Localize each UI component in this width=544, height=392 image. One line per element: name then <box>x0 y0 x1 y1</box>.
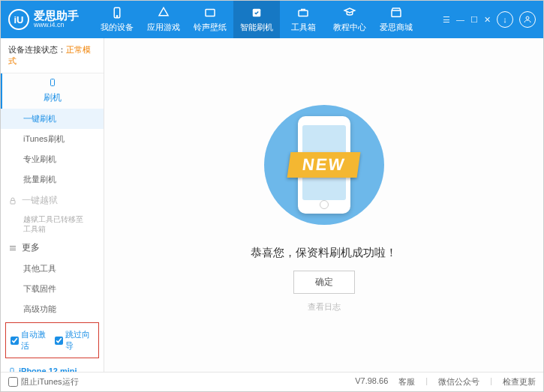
svg-rect-2 <box>206 10 215 16</box>
wechat-link[interactable]: 微信公众号 <box>438 376 479 388</box>
phone-icon <box>48 78 57 87</box>
block-itunes-checkbox[interactable]: 阻止iTunes运行 <box>8 376 79 388</box>
success-illustration: NEW <box>257 97 392 232</box>
app-window: iU 爱思助手 www.i4.cn 我的设备 应用游戏 铃声壁纸 智能刷机 <box>0 0 544 392</box>
nav-label: 我的设备 <box>101 22 134 33</box>
main-content: NEW 恭喜您，保资料刷机成功啦！ 确定 查看日志 <box>104 38 543 372</box>
titlebar: iU 爱思助手 www.i4.cn 我的设备 应用游戏 铃声壁纸 智能刷机 <box>1 1 543 38</box>
sidebar-item-other[interactable]: 其他工具 <box>1 259 104 279</box>
ok-button[interactable]: 确定 <box>293 271 355 294</box>
nav-store[interactable]: 爱思商城 <box>373 1 419 38</box>
nav-tutorials[interactable]: 教程中心 <box>326 1 373 38</box>
device-name: iPhone 12 mini <box>8 366 96 372</box>
close-icon[interactable]: ✕ <box>484 15 491 25</box>
svg-point-1 <box>116 16 118 17</box>
skip-guide-checkbox[interactable]: 跳过向导 <box>55 329 95 352</box>
window-controls: ☰ — ☐ ✕ ↓ <box>443 11 536 28</box>
body: 设备连接状态：正常模式 刷机 一键刷机 iTunes刷机 专业刷机 批量刷机 一… <box>1 38 543 372</box>
sidebar-more[interactable]: 更多 <box>1 237 104 259</box>
sidebar: 设备连接状态：正常模式 刷机 一键刷机 iTunes刷机 专业刷机 批量刷机 一… <box>1 38 104 372</box>
connection-status: 设备连接状态：正常模式 <box>1 38 104 73</box>
auto-activate-checkbox[interactable]: 自动激活 <box>11 329 50 352</box>
lock-icon <box>8 196 17 205</box>
nav-label: 工具箱 <box>291 22 316 33</box>
maximize-icon[interactable]: ☐ <box>470 15 478 25</box>
service-link[interactable]: 客服 <box>398 376 415 388</box>
nav-toolbox[interactable]: 工具箱 <box>280 1 326 38</box>
sidebar-item-pro[interactable]: 专业刷机 <box>1 149 104 169</box>
menu-icon[interactable]: ☰ <box>443 15 450 25</box>
sidebar-label: 刷机 <box>44 91 62 104</box>
checkbox-label: 自动激活 <box>21 329 50 352</box>
update-link[interactable]: 检查更新 <box>503 376 536 388</box>
tutorial-icon <box>343 6 356 19</box>
device-icon <box>110 6 124 19</box>
phone-icon <box>8 366 16 372</box>
sidebar-item-itunes[interactable]: iTunes刷机 <box>1 129 104 149</box>
svg-rect-5 <box>392 10 401 16</box>
nav-label: 应用游戏 <box>147 22 180 33</box>
footer: 阻止iTunes运行 V7.98.66 客服 | 微信公众号 | 检查更新 <box>1 372 543 391</box>
nav-label: 教程中心 <box>333 22 366 33</box>
menu-lines-icon <box>8 244 17 253</box>
sidebar-item-advanced[interactable]: 高级功能 <box>1 299 104 319</box>
jailbreak-note: 越狱工具已转移至 工具箱 <box>1 211 104 237</box>
version-label: V7.98.66 <box>355 376 388 388</box>
sidebar-item-oneclick[interactable]: 一键刷机 <box>1 109 104 129</box>
view-log-link[interactable]: 查看日志 <box>308 301 341 313</box>
nav-label: 铃声壁纸 <box>194 22 227 33</box>
toolbox-icon <box>296 6 310 19</box>
nav-my-device[interactable]: 我的设备 <box>94 1 140 38</box>
checkbox-label: 跳过向导 <box>65 329 95 352</box>
nav-apps[interactable]: 应用游戏 <box>140 1 187 38</box>
success-message: 恭喜您，保资料刷机成功啦！ <box>251 246 397 260</box>
device-info[interactable]: iPhone 12 mini 64GB Down-12mini-13,1 <box>1 361 104 372</box>
svg-point-6 <box>526 16 529 19</box>
wallpaper-icon <box>203 6 217 19</box>
app-url: www.i4.cn <box>34 22 79 29</box>
svg-rect-7 <box>50 79 54 86</box>
download-icon[interactable]: ↓ <box>497 11 513 28</box>
checkbox-label: 阻止iTunes运行 <box>21 376 79 388</box>
status-label: 设备连接状态： <box>8 45 66 54</box>
nav-label: 爱思商城 <box>380 22 413 33</box>
user-icon[interactable] <box>519 11 536 28</box>
nav-ringtones[interactable]: 铃声壁纸 <box>187 1 233 38</box>
sidebar-flash[interactable]: 刷机 <box>1 73 104 109</box>
apps-icon <box>157 6 170 19</box>
flash-icon <box>250 6 263 19</box>
logo: iU 爱思助手 www.i4.cn <box>8 9 79 30</box>
checkbox-row: 自动激活 跳过向导 <box>5 322 99 358</box>
store-icon <box>389 6 403 19</box>
nav: 我的设备 应用游戏 铃声壁纸 智能刷机 工具箱 教程中心 <box>94 1 443 38</box>
sidebar-label: 更多 <box>22 241 40 254</box>
sidebar-jailbreak[interactable]: 一键越狱 <box>1 190 104 211</box>
sidebar-item-firmware[interactable]: 下载固件 <box>1 279 104 299</box>
sidebar-item-batch[interactable]: 批量刷机 <box>1 169 104 190</box>
minimize-icon[interactable]: — <box>456 15 464 24</box>
sidebar-label: 一键越狱 <box>22 194 58 207</box>
logo-icon: iU <box>8 9 29 30</box>
nav-flash[interactable]: 智能刷机 <box>233 1 280 38</box>
svg-rect-4 <box>299 10 308 16</box>
new-ribbon: NEW <box>287 152 360 178</box>
svg-rect-8 <box>11 200 15 204</box>
nav-label: 智能刷机 <box>240 22 273 33</box>
app-title: 爱思助手 <box>34 10 79 22</box>
